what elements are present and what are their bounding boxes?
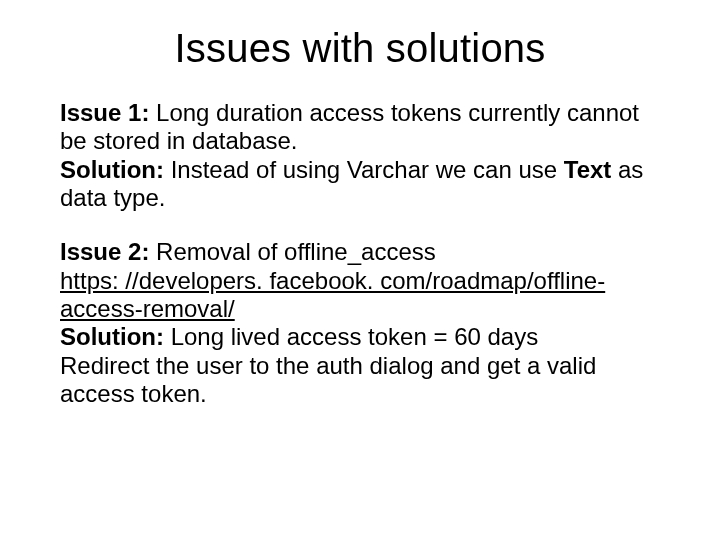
issue-2-solution-label: Solution: xyxy=(60,323,164,350)
issue-1-solution-text-1: Instead of using Varchar we can use xyxy=(164,156,564,183)
offline-access-link[interactable]: https: //developers. facebook. com/roadm… xyxy=(60,267,605,322)
issue-1-block: Issue 1: Long duration access tokens cur… xyxy=(60,99,660,212)
issue-2-block: Issue 2: Removal of offline_access https… xyxy=(60,238,660,408)
issue-1-label: Issue 1: xyxy=(60,99,149,126)
slide-body: Issue 1: Long duration access tokens cur… xyxy=(60,99,660,408)
issue-2-solution-text: Long lived access token = 60 days xyxy=(164,323,538,350)
slide: Issues with solutions Issue 1: Long dura… xyxy=(0,0,720,540)
issue-1-solution-bold: Text xyxy=(564,156,612,183)
slide-title: Issues with solutions xyxy=(60,26,660,71)
issue-2-redirect-text: Redirect the user to the auth dialog and… xyxy=(60,352,596,407)
issue-2-label: Issue 2: xyxy=(60,238,149,265)
issue-2-text: Removal of offline_access xyxy=(149,238,435,265)
issue-1-solution-label: Solution: xyxy=(60,156,164,183)
